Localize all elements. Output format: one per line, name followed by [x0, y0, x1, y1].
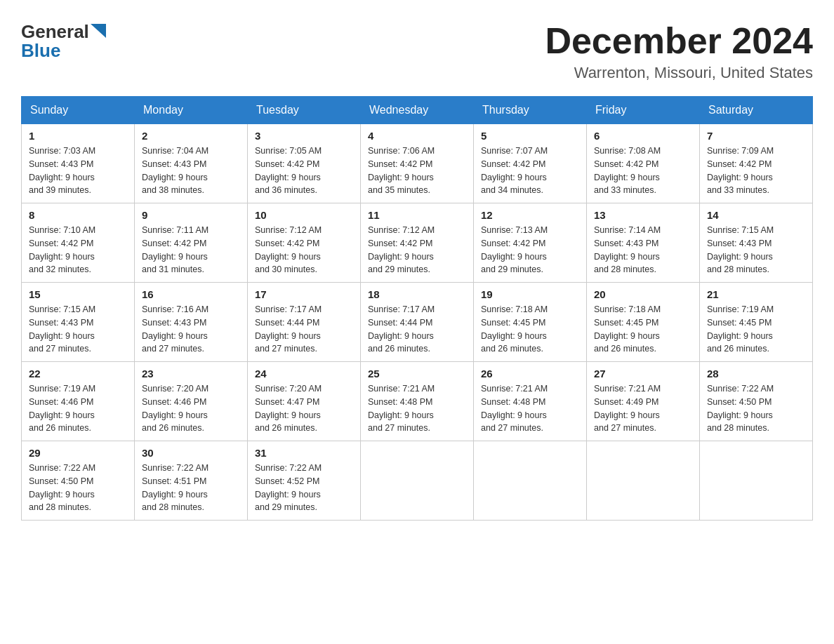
day-number: 26 — [481, 368, 579, 380]
day-number: 1 — [29, 130, 127, 142]
day-number: 12 — [481, 209, 579, 221]
day-number: 27 — [594, 368, 692, 380]
calendar-day-cell: 16Sunrise: 7:16 AMSunset: 4:43 PMDayligh… — [135, 283, 248, 362]
calendar-day-cell: 26Sunrise: 7:21 AMSunset: 4:48 PMDayligh… — [474, 362, 587, 441]
day-info: Sunrise: 7:08 AMSunset: 4:42 PMDaylight:… — [594, 145, 692, 197]
day-number: 18 — [368, 288, 466, 300]
day-number: 31 — [255, 447, 353, 459]
calendar-day-cell — [700, 441, 813, 521]
day-number: 28 — [707, 368, 805, 380]
calendar-day-cell: 23Sunrise: 7:20 AMSunset: 4:46 PMDayligh… — [135, 362, 248, 441]
day-info: Sunrise: 7:19 AMSunset: 4:45 PMDaylight:… — [707, 303, 805, 356]
calendar-day-cell: 8Sunrise: 7:10 AMSunset: 4:42 PMDaylight… — [22, 203, 135, 283]
calendar-day-cell: 1Sunrise: 7:03 AMSunset: 4:43 PMDaylight… — [22, 124, 135, 203]
day-number: 6 — [594, 130, 692, 142]
calendar-day-cell — [587, 441, 700, 521]
day-number: 16 — [142, 288, 240, 300]
calendar-day-cell: 9Sunrise: 7:11 AMSunset: 4:42 PMDaylight… — [135, 203, 248, 283]
calendar-day-cell: 30Sunrise: 7:22 AMSunset: 4:51 PMDayligh… — [135, 441, 248, 521]
day-info: Sunrise: 7:22 AMSunset: 4:52 PMDaylight:… — [255, 462, 353, 514]
day-info: Sunrise: 7:16 AMSunset: 4:43 PMDaylight:… — [142, 303, 240, 356]
day-info: Sunrise: 7:19 AMSunset: 4:46 PMDaylight:… — [29, 382, 127, 435]
day-number: 20 — [594, 288, 692, 300]
day-number: 22 — [29, 368, 127, 380]
day-number: 5 — [481, 130, 579, 142]
calendar-week-row: 29Sunrise: 7:22 AMSunset: 4:50 PMDayligh… — [22, 441, 813, 521]
day-info: Sunrise: 7:22 AMSunset: 4:50 PMDaylight:… — [707, 382, 805, 435]
day-info: Sunrise: 7:09 AMSunset: 4:42 PMDaylight:… — [707, 145, 805, 197]
calendar-day-cell: 27Sunrise: 7:21 AMSunset: 4:49 PMDayligh… — [587, 362, 700, 441]
day-number: 8 — [29, 209, 127, 221]
day-info: Sunrise: 7:11 AMSunset: 4:42 PMDaylight:… — [142, 224, 240, 276]
day-number: 17 — [255, 288, 353, 300]
calendar-day-cell: 20Sunrise: 7:18 AMSunset: 4:45 PMDayligh… — [587, 283, 700, 362]
day-info: Sunrise: 7:21 AMSunset: 4:49 PMDaylight:… — [594, 382, 692, 435]
day-info: Sunrise: 7:20 AMSunset: 4:46 PMDaylight:… — [142, 382, 240, 435]
svg-marker-0 — [91, 24, 106, 38]
day-info: Sunrise: 7:15 AMSunset: 4:43 PMDaylight:… — [707, 224, 805, 276]
calendar-day-cell: 24Sunrise: 7:20 AMSunset: 4:47 PMDayligh… — [248, 362, 361, 441]
day-info: Sunrise: 7:06 AMSunset: 4:42 PMDaylight:… — [368, 145, 466, 197]
calendar-week-row: 8Sunrise: 7:10 AMSunset: 4:42 PMDaylight… — [22, 203, 813, 283]
calendar-day-cell: 19Sunrise: 7:18 AMSunset: 4:45 PMDayligh… — [474, 283, 587, 362]
logo-triangle-icon — [91, 24, 106, 38]
day-info: Sunrise: 7:07 AMSunset: 4:42 PMDaylight:… — [481, 145, 579, 197]
day-number: 9 — [142, 209, 240, 221]
day-info: Sunrise: 7:17 AMSunset: 4:44 PMDaylight:… — [255, 303, 353, 356]
day-number: 19 — [481, 288, 579, 300]
day-number: 11 — [368, 209, 466, 221]
day-number: 30 — [142, 447, 240, 459]
day-number: 2 — [142, 130, 240, 142]
day-number: 3 — [255, 130, 353, 142]
day-info: Sunrise: 7:21 AMSunset: 4:48 PMDaylight:… — [481, 382, 579, 435]
day-number: 10 — [255, 209, 353, 221]
calendar-day-cell: 10Sunrise: 7:12 AMSunset: 4:42 PMDayligh… — [248, 203, 361, 283]
weekday-header-wednesday: Wednesday — [361, 97, 474, 124]
calendar-day-cell: 28Sunrise: 7:22 AMSunset: 4:50 PMDayligh… — [700, 362, 813, 441]
day-number: 23 — [142, 368, 240, 380]
calendar-day-cell: 21Sunrise: 7:19 AMSunset: 4:45 PMDayligh… — [700, 283, 813, 362]
calendar-week-row: 22Sunrise: 7:19 AMSunset: 4:46 PMDayligh… — [22, 362, 813, 441]
calendar-day-cell: 18Sunrise: 7:17 AMSunset: 4:44 PMDayligh… — [361, 283, 474, 362]
calendar-day-cell: 3Sunrise: 7:05 AMSunset: 4:42 PMDaylight… — [248, 124, 361, 203]
calendar-day-cell: 13Sunrise: 7:14 AMSunset: 4:43 PMDayligh… — [587, 203, 700, 283]
calendar-day-cell: 2Sunrise: 7:04 AMSunset: 4:43 PMDaylight… — [135, 124, 248, 203]
day-info: Sunrise: 7:13 AMSunset: 4:42 PMDaylight:… — [481, 224, 579, 276]
calendar-day-cell: 15Sunrise: 7:15 AMSunset: 4:43 PMDayligh… — [22, 283, 135, 362]
day-number: 15 — [29, 288, 127, 300]
calendar-day-cell — [474, 441, 587, 521]
day-info: Sunrise: 7:17 AMSunset: 4:44 PMDaylight:… — [368, 303, 466, 356]
day-number: 7 — [707, 130, 805, 142]
weekday-header-sunday: Sunday — [22, 97, 135, 124]
weekday-header-saturday: Saturday — [700, 97, 813, 124]
weekday-header-thursday: Thursday — [474, 97, 587, 124]
weekday-header-tuesday: Tuesday — [248, 97, 361, 124]
calendar-day-cell: 29Sunrise: 7:22 AMSunset: 4:50 PMDayligh… — [22, 441, 135, 521]
day-info: Sunrise: 7:20 AMSunset: 4:47 PMDaylight:… — [255, 382, 353, 435]
calendar-day-cell: 11Sunrise: 7:12 AMSunset: 4:42 PMDayligh… — [361, 203, 474, 283]
day-number: 25 — [368, 368, 466, 380]
day-info: Sunrise: 7:12 AMSunset: 4:42 PMDaylight:… — [255, 224, 353, 276]
day-info: Sunrise: 7:22 AMSunset: 4:50 PMDaylight:… — [29, 462, 127, 514]
calendar-day-cell: 7Sunrise: 7:09 AMSunset: 4:42 PMDaylight… — [700, 124, 813, 203]
calendar-day-cell: 6Sunrise: 7:08 AMSunset: 4:42 PMDaylight… — [587, 124, 700, 203]
calendar-day-cell: 4Sunrise: 7:06 AMSunset: 4:42 PMDaylight… — [361, 124, 474, 203]
calendar-day-cell: 5Sunrise: 7:07 AMSunset: 4:42 PMDaylight… — [474, 124, 587, 203]
calendar-day-cell: 17Sunrise: 7:17 AMSunset: 4:44 PMDayligh… — [248, 283, 361, 362]
day-number: 14 — [707, 209, 805, 221]
day-info: Sunrise: 7:05 AMSunset: 4:42 PMDaylight:… — [255, 145, 353, 197]
calendar-week-row: 1Sunrise: 7:03 AMSunset: 4:43 PMDaylight… — [22, 124, 813, 203]
title-section: December 2024 Warrenton, Missouri, Unite… — [545, 21, 813, 82]
calendar-day-cell: 22Sunrise: 7:19 AMSunset: 4:46 PMDayligh… — [22, 362, 135, 441]
day-info: Sunrise: 7:10 AMSunset: 4:42 PMDaylight:… — [29, 224, 127, 276]
logo: General Blue — [21, 21, 106, 62]
day-info: Sunrise: 7:18 AMSunset: 4:45 PMDaylight:… — [594, 303, 692, 356]
day-info: Sunrise: 7:18 AMSunset: 4:45 PMDaylight:… — [481, 303, 579, 356]
day-number: 4 — [368, 130, 466, 142]
calendar-table: SundayMondayTuesdayWednesdayThursdayFrid… — [21, 96, 813, 521]
calendar-day-cell: 25Sunrise: 7:21 AMSunset: 4:48 PMDayligh… — [361, 362, 474, 441]
day-info: Sunrise: 7:03 AMSunset: 4:43 PMDaylight:… — [29, 145, 127, 197]
day-number: 24 — [255, 368, 353, 380]
calendar-day-cell: 12Sunrise: 7:13 AMSunset: 4:42 PMDayligh… — [474, 203, 587, 283]
calendar-day-cell: 14Sunrise: 7:15 AMSunset: 4:43 PMDayligh… — [700, 203, 813, 283]
